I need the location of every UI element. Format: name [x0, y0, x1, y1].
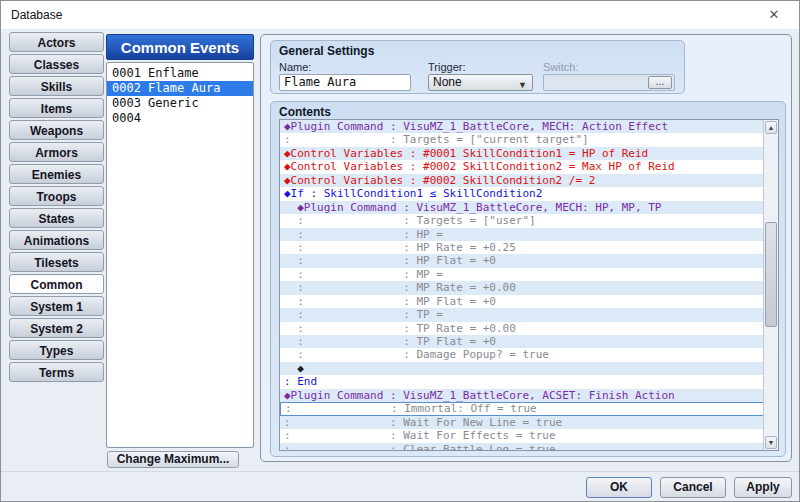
sidebar-tab-terms[interactable]: Terms [9, 362, 104, 382]
apply-button[interactable]: Apply [734, 477, 792, 498]
sidebar-tab-animations[interactable]: Animations [9, 230, 104, 250]
window-title: Database [11, 8, 62, 22]
common-events-list[interactable]: 0001 Enflame0002 Flame Aura0003 Generic0… [106, 62, 254, 448]
sidebar-tab-common-events[interactable]: Common Events [9, 274, 104, 294]
event-command-row[interactable]: : : Immortal: Off = true [280, 402, 778, 415]
sidebar-tab-classes[interactable]: Classes [9, 54, 104, 74]
event-command-row[interactable]: : : MP Flat = +0 [280, 295, 778, 308]
list-item-0004[interactable]: 0004 [107, 111, 253, 126]
event-command-row[interactable]: : : Targets = ["current target"] [280, 133, 778, 146]
event-commands-list[interactable]: ◆Plugin Command : VisuMZ_1_BattleCore, M… [279, 119, 779, 451]
sidebar-tab-troops[interactable]: Troops [9, 186, 104, 206]
list-item-0002[interactable]: 0002 Flame Aura [107, 81, 253, 96]
name-label: Name: [279, 61, 311, 73]
event-command-row[interactable]: : : MP Rate = +0.00 [280, 281, 778, 294]
list-item-0001[interactable]: 0001 Enflame [107, 66, 253, 81]
event-command-row[interactable]: ◆Control Variables : #0002 SkillConditio… [280, 174, 778, 187]
event-command-row[interactable]: : : HP Rate = +0.25 [280, 241, 778, 254]
title-bar: Database ✕ [1, 1, 799, 29]
event-command-row[interactable]: : : TP = [280, 308, 778, 321]
general-settings-group: General Settings Name: Flame Aura Trigge… [270, 40, 685, 94]
event-command-row[interactable]: ◆ [280, 362, 778, 375]
sidebar-tab-weapons[interactable]: Weapons [9, 120, 104, 140]
switch-label: Switch: [543, 61, 578, 73]
name-input[interactable]: Flame Aura [279, 74, 411, 91]
event-list-header: Common Events [106, 34, 254, 60]
event-command-row[interactable]: : : TP Rate = +0.00 [280, 322, 778, 335]
event-command-row[interactable]: ◆Plugin Command : VisuMZ_1_BattleCore, M… [280, 120, 778, 133]
contents-title: Contents [279, 105, 331, 119]
event-command-row[interactable]: : : Wait For New Line = true [280, 416, 778, 429]
trigger-label: Trigger: [428, 61, 466, 73]
sidebar-tab-items[interactable]: Items [9, 98, 104, 118]
event-command-row[interactable]: : : TP Flat = +0 [280, 335, 778, 348]
event-command-row[interactable]: : : HP = [280, 228, 778, 241]
event-command-row[interactable]: : : Damage Popup? = true [280, 348, 778, 361]
sidebar-tab-skills[interactable]: Skills [9, 76, 104, 96]
sidebar-tab-states[interactable]: States [9, 208, 104, 228]
vertical-scrollbar[interactable]: ▲ ▼ [763, 120, 778, 450]
event-command-row[interactable]: ◆Control Variables : #0001 SkillConditio… [280, 147, 778, 160]
sidebar-tab-armors[interactable]: Armors [9, 142, 104, 162]
footer-separator [1, 471, 799, 472]
event-command-row[interactable]: : End [280, 375, 778, 388]
switch-browse-button[interactable]: ... [648, 76, 672, 89]
list-item-0003[interactable]: 0003 Generic [107, 96, 253, 111]
trigger-value: None [433, 75, 462, 89]
event-command-row[interactable]: : : HP Flat = +0 [280, 254, 778, 267]
event-command-row[interactable]: ◆Plugin Command : VisuMZ_1_BattleCore, M… [280, 201, 778, 214]
event-command-row[interactable]: : : MP = [280, 268, 778, 281]
sidebar-tab-system-2[interactable]: System 2 [9, 318, 104, 338]
sidebar-tab-tilesets[interactable]: Tilesets [9, 252, 104, 272]
close-icon[interactable]: ✕ [763, 7, 785, 23]
sidebar-tab-actors[interactable]: Actors [9, 32, 104, 52]
event-command-row[interactable]: : : Clear Battle Log = true [280, 443, 778, 452]
event-command-row[interactable]: ◆Plugin Command : VisuMZ_1_BattleCore, A… [280, 389, 778, 402]
sidebar-tab-types[interactable]: Types [9, 340, 104, 360]
general-settings-title: General Settings [279, 44, 374, 58]
switch-field: ... [543, 74, 675, 91]
event-command-row[interactable]: ◆Control Variables : #0002 SkillConditio… [280, 160, 778, 173]
scrollbar-thumb[interactable] [765, 222, 777, 327]
sidebar-tab-system-1[interactable]: System 1 [9, 296, 104, 316]
ok-button[interactable]: OK [586, 477, 652, 498]
chevron-down-icon: ▼ [518, 78, 527, 93]
event-command-row[interactable]: : : Targets = ["user"] [280, 214, 778, 227]
detail-panel: General Settings Name: Flame Aura Trigge… [260, 34, 792, 462]
sidebar-tab-enemies[interactable]: Enemies [9, 164, 104, 184]
scroll-up-icon[interactable]: ▲ [765, 121, 777, 134]
event-command-row[interactable]: : : Wait For Effects = true [280, 429, 778, 442]
change-maximum-button[interactable]: Change Maximum... [107, 451, 239, 468]
dialog-body: ActorsClassesSkillsItemsWeaponsArmorsEne… [1, 29, 799, 501]
database-dialog: Database ✕ ActorsClassesSkillsItemsWeapo… [0, 0, 800, 502]
contents-group: Contents ◆Plugin Command : VisuMZ_1_Batt… [270, 101, 786, 457]
cancel-button[interactable]: Cancel [660, 477, 726, 498]
trigger-select[interactable]: None ▼ [428, 74, 533, 91]
scroll-down-icon[interactable]: ▼ [765, 436, 777, 449]
event-command-row[interactable]: ◆If : SkillCondition1 ≤ SkillCondition2 [280, 187, 778, 200]
